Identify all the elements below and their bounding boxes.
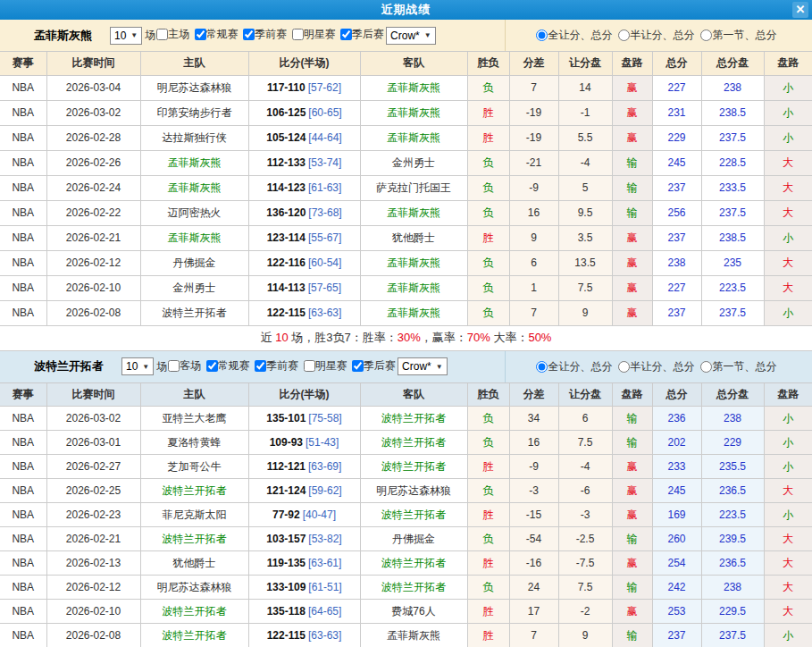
filter-checkbox-item[interactable]: 季前赛 — [255, 358, 299, 374]
cell-total-outcome: 小 — [764, 624, 812, 647]
odds-mode-radio[interactable] — [618, 29, 630, 41]
cell-result: 负 — [467, 527, 509, 551]
cell-home-team: 犹他爵士 — [140, 551, 248, 576]
table-row: NBA 2026-02-12 丹佛掘金 122-116[60-54] 孟菲斯灰熊… — [0, 250, 812, 275]
odds-mode-option[interactable]: 第一节、总分 — [700, 359, 777, 374]
games-count-select[interactable]: 10 ▼ — [110, 27, 142, 45]
filter-checkbox-item[interactable]: 明星赛 — [304, 358, 348, 374]
grizzlies-checkbox-group: 主场 常规赛 季前赛 明星赛 季后赛 — [156, 27, 385, 44]
games-unit-label: 场 — [156, 359, 167, 374]
cell-total-line: 236.5 — [701, 479, 764, 503]
column-header: 赛事 — [0, 383, 46, 407]
column-header: 赛事 — [0, 52, 46, 75]
filter-checkbox[interactable] — [243, 29, 255, 40]
odds-mode-option[interactable]: 半让分、总分 — [618, 28, 695, 43]
cell-margin: -19 — [509, 125, 558, 150]
cell-score: 109-93[51-43] — [248, 431, 360, 455]
cell-result: 胜 — [467, 503, 509, 527]
cell-total-line: 223.5 — [701, 503, 764, 527]
cell-result: 胜 — [467, 455, 509, 479]
filter-checkbox[interactable] — [206, 360, 218, 372]
summary-segment: 10 — [275, 331, 288, 344]
filter-checkbox[interactable] — [195, 29, 206, 40]
cell-result: 负 — [467, 300, 509, 325]
odds-mode-radio[interactable] — [700, 361, 712, 373]
cell-handicap: 9 — [558, 624, 612, 647]
cell-handicap: -6 — [558, 479, 612, 503]
cell-handicap: 9.5 — [558, 200, 612, 225]
filter-checkbox[interactable] — [255, 360, 266, 372]
close-button[interactable]: ✕ — [792, 2, 808, 18]
column-header: 让分盘 — [558, 52, 612, 75]
cell-total-line: 237.5 — [701, 125, 764, 150]
team-name: 波特兰开拓者 — [34, 358, 104, 374]
competition-type-select[interactable]: Crow* ▼ — [386, 27, 436, 45]
table-row: NBA 2026-02-10 金州勇士 114-113[57-65] 孟菲斯灰熊… — [0, 275, 812, 300]
cell-total: 227 — [652, 75, 701, 100]
cell-margin: 9 — [509, 225, 558, 250]
filter-checkbox-label: 明星赛 — [315, 358, 347, 374]
filter-checkbox-item[interactable]: 季后赛 — [340, 27, 385, 42]
odds-mode-label: 半让分、总分 — [631, 28, 695, 43]
filter-checkbox[interactable] — [292, 29, 304, 40]
cell-handicap: 14 — [558, 75, 612, 100]
odds-mode-radio[interactable] — [618, 361, 630, 373]
cell-margin: 7 — [509, 624, 558, 647]
cell-total-line: 229.5 — [701, 600, 764, 624]
filter-checkbox[interactable] — [352, 360, 364, 372]
cell-total: 260 — [652, 527, 701, 551]
column-header: 盘路 — [764, 383, 812, 407]
odds-mode-radio[interactable] — [700, 29, 712, 41]
cell-date: 2026-02-25 — [46, 479, 140, 503]
recent-results-dialog: 近期战绩 ✕ 孟菲斯灰熊 10 ▼ 场 主场 常规赛 季前赛 — [0, 0, 812, 647]
filter-checkbox[interactable] — [156, 29, 168, 40]
cell-total-outcome: 小 — [764, 455, 812, 479]
cell-date: 2026-03-01 — [46, 431, 140, 455]
odds-mode-label: 全让分、总分 — [548, 359, 613, 374]
filter-checkbox-item[interactable]: 常规赛 — [206, 358, 251, 374]
filter-checkbox[interactable] — [340, 29, 352, 40]
cell-date: 2026-02-27 — [46, 455, 140, 479]
cell-away-team: 孟菲斯灰熊 — [360, 75, 467, 100]
odds-mode-option[interactable]: 全让分、总分 — [536, 28, 613, 43]
column-header: 让分盘 — [558, 383, 612, 407]
cell-date: 2026-03-04 — [46, 75, 140, 100]
cell-home-team: 菲尼克斯太阳 — [140, 503, 248, 527]
filter-checkbox-item[interactable]: 明星赛 — [292, 27, 337, 42]
filter-checkbox-item[interactable]: 常规赛 — [195, 27, 239, 42]
cell-margin: 16 — [509, 431, 558, 455]
filter-checkbox-item[interactable]: 季前赛 — [243, 27, 288, 42]
filter-checkbox-item[interactable]: 季后赛 — [352, 358, 397, 374]
cell-total-outcome: 大 — [764, 175, 812, 200]
filter-checkbox[interactable] — [304, 360, 315, 372]
cell-league: NBA — [0, 250, 46, 275]
cell-away-team: 丹佛掘金 — [360, 527, 467, 551]
cell-away-team: 波特兰开拓者 — [360, 431, 467, 455]
cell-home-team: 波特兰开拓者 — [140, 600, 248, 624]
chevron-down-icon: ▼ — [436, 363, 443, 371]
cell-away-team: 孟菲斯灰熊 — [360, 275, 467, 300]
competition-type-select[interactable]: Crow* ▼ — [398, 357, 448, 375]
filter-checkbox-item[interactable]: 客场 — [168, 358, 202, 374]
cell-spread-outcome: 输 — [612, 624, 652, 647]
team-name: 孟菲斯灰熊 — [34, 28, 92, 44]
cell-total-line: 233.5 — [701, 175, 764, 200]
odds-mode-label: 全让分、总分 — [548, 28, 613, 43]
odds-mode-option[interactable]: 半让分、总分 — [618, 359, 695, 374]
summary-segment: 近 — [261, 331, 276, 344]
cell-date: 2026-02-12 — [46, 576, 140, 600]
cell-home-team: 孟菲斯灰熊 — [140, 175, 248, 200]
cell-total-line: 237.5 — [701, 300, 764, 325]
cell-date: 2026-03-02 — [46, 407, 140, 431]
odds-mode-option[interactable]: 第一节、总分 — [700, 28, 777, 43]
filter-checkbox[interactable] — [168, 360, 180, 372]
odds-mode-radio[interactable] — [536, 361, 548, 373]
odds-mode-option[interactable]: 全让分、总分 — [536, 359, 613, 374]
games-count-select[interactable]: 10 ▼ — [121, 357, 154, 375]
cell-margin: -9 — [509, 455, 558, 479]
grizzlies-filter-bar: 孟菲斯灰熊 10 ▼ 场 主场 常规赛 季前赛 明星赛 — [0, 20, 812, 52]
filter-checkbox-item[interactable]: 主场 — [156, 27, 190, 42]
cell-total-outcome: 小 — [764, 431, 812, 455]
odds-mode-radio[interactable] — [536, 29, 548, 41]
cell-spread-outcome: 赢 — [612, 275, 652, 300]
